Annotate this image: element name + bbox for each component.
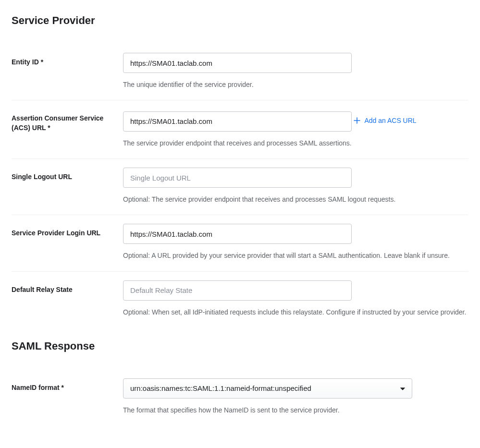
default-relay-state-label: Default Relay State bbox=[12, 280, 123, 295]
add-acs-url-link[interactable]: Add an ACS URL bbox=[354, 117, 416, 124]
nameid-format-select[interactable]: urn:oasis:names:tc:SAML:1.1:nameid-forma… bbox=[123, 378, 412, 399]
nameid-format-help: The format that specifies how the NameID… bbox=[123, 405, 468, 415]
saml-response-heading: SAML Response bbox=[12, 340, 468, 352]
entity-id-row: Entity ID * The unique identifier of the… bbox=[12, 44, 468, 100]
acs-url-help: The service provider endpoint that recei… bbox=[123, 138, 468, 148]
acs-url-input[interactable] bbox=[123, 111, 352, 132]
single-logout-url-label: Single Logout URL bbox=[12, 168, 123, 182]
single-logout-url-input[interactable] bbox=[123, 168, 352, 188]
default-relay-state-input[interactable] bbox=[123, 280, 352, 301]
add-acs-url-label: Add an ACS URL bbox=[364, 117, 416, 124]
entity-id-label: Entity ID * bbox=[12, 53, 123, 67]
nameid-format-label: NameID format * bbox=[12, 378, 123, 393]
entity-id-help: The unique identifier of the service pro… bbox=[123, 80, 468, 89]
sp-login-url-row: Service Provider Login URL Optional: A U… bbox=[12, 215, 468, 271]
acs-url-row: Assertion Consumer Service (ACS) URL * A… bbox=[12, 100, 468, 159]
plus-icon bbox=[354, 117, 360, 124]
entity-id-input[interactable] bbox=[123, 53, 352, 73]
single-logout-url-help: Optional: The service provider endpoint … bbox=[123, 194, 468, 204]
default-relay-state-help: Optional: When set, all IdP-initiated re… bbox=[123, 307, 468, 317]
sp-login-url-help: Optional: A URL provided by your service… bbox=[123, 251, 468, 260]
nameid-format-row: NameID format * urn:oasis:names:tc:SAML:… bbox=[12, 370, 468, 425]
default-relay-state-row: Default Relay State Optional: When set, … bbox=[12, 272, 468, 327]
service-provider-heading: Service Provider bbox=[12, 14, 468, 27]
sp-login-url-label: Service Provider Login URL bbox=[12, 224, 123, 238]
sp-login-url-input[interactable] bbox=[123, 224, 352, 244]
acs-url-label: Assertion Consumer Service (ACS) URL * bbox=[12, 109, 123, 133]
single-logout-url-row: Single Logout URL Optional: The service … bbox=[12, 159, 468, 215]
